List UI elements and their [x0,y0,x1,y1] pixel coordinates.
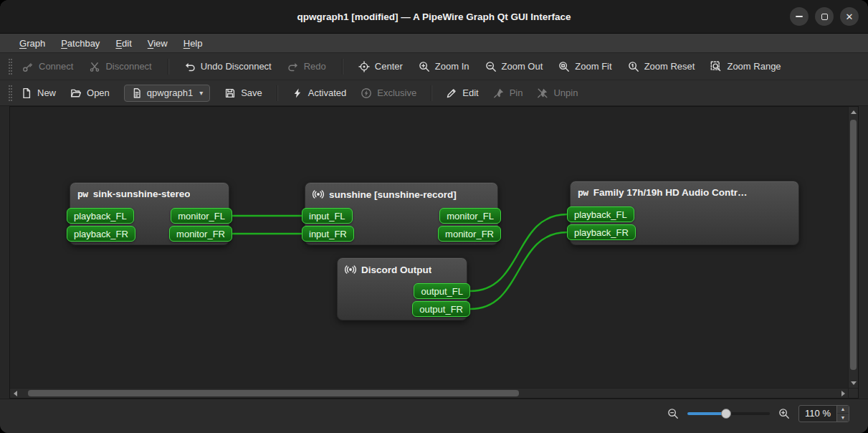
zoom-out-icon[interactable] [667,408,679,419]
toolbar-label: Undo Disconnect [201,61,272,72]
zoom-reset-button[interactable]: Zoom Reset [628,61,695,72]
node-discord[interactable]: Discord Outputoutput_FLoutput_FR [337,257,467,320]
vertical-scrollbar[interactable] [848,107,858,388]
center-button[interactable]: Center [358,61,403,72]
spin-up-button[interactable]: ▲ [837,406,849,414]
media-icon [313,189,324,200]
pin-button: Pin [493,87,523,99]
node-title: Family 17h/19h HD Audio Contr… [593,187,748,198]
zoom-reset-icon [628,61,639,72]
port-output-fr[interactable]: output_FR [412,301,470,317]
toolbar-label: Zoom Fit [575,61,611,72]
toolbar-label: Disconnect [105,61,151,72]
menu-help[interactable]: Help [177,36,209,51]
file-toolbar: NewOpenqpwgraph1▾SaveActivatedExclusiveE… [0,80,868,106]
toolbar-label: Edit [462,87,478,98]
port-monitor-fl[interactable]: monitor_FL [171,208,232,224]
toolbar-label: Save [241,87,262,98]
disconnect-icon [89,61,100,72]
port-playback-fl[interactable]: playback_FL [67,208,134,224]
menu-graph[interactable]: Graph [13,36,52,51]
save-button[interactable]: Save [224,87,262,99]
zoom-in-icon[interactable] [778,408,790,419]
connect-button: Connect [22,61,73,72]
connections-layer [10,107,848,388]
vertical-scroll-handle[interactable] [850,120,857,370]
scroll-right-button[interactable] [838,389,848,398]
port-input-fr[interactable]: input_FR [302,226,354,242]
horizontal-scrollbar[interactable] [10,388,848,398]
toolbar-label: Connect [39,61,73,72]
vertical-scroll-track[interactable] [849,117,858,378]
toolbar-grip[interactable] [9,85,12,101]
node-sunshine[interactable]: sunshine [sunshine-record]input_FLinput_… [305,182,498,245]
port-monitor-fl[interactable]: monitor_FL [439,208,501,224]
zoom-out-button[interactable]: Zoom Out [485,61,543,72]
port-playback-fr[interactable]: playback_FR [67,226,135,242]
media-icon [345,264,356,275]
open-button[interactable]: Open [70,87,110,99]
horizontal-scroll-handle[interactable] [28,390,519,396]
canvas-viewport[interactable]: pwsink-sunshine-stereoplayback_FLplaybac… [10,107,848,388]
scrollbar-corner [848,388,858,398]
arrow-right-icon [841,391,845,396]
exclusive-button: Exclusive [361,87,416,99]
scroll-left-button[interactable] [10,389,20,398]
zoom-spinbox[interactable]: 110 % ▲ ▼ [798,405,849,422]
zoom-slider-handle[interactable] [721,409,731,419]
zoom-range-button[interactable]: Zoom Range [710,61,781,72]
toolbar-grip[interactable] [9,59,12,75]
maximize-button[interactable] [815,7,834,26]
open-folder-icon [70,87,82,99]
zoom-fit-button[interactable]: Zoom Fit [558,61,611,72]
zoom-value: 110 % [799,406,836,422]
toolbar-label: Unpin [553,87,578,98]
menu-edit[interactable]: Edit [109,36,138,51]
toolbar-label: Redo [304,61,326,72]
toolbar-separator [431,85,431,101]
toolbar-label: Center [375,61,403,72]
minimize-button[interactable] [790,7,809,26]
port-input-fl[interactable]: input_FL [302,208,353,224]
spin-down-button[interactable]: ▼ [837,414,849,422]
port-monitor-fr[interactable]: monitor_FR [438,226,501,242]
patchbay-selector-combo[interactable]: qpwgraph1▾ [124,85,210,102]
horizontal-scroll-track[interactable] [20,389,838,398]
window-controls: ✕ [790,7,859,26]
node-sink[interactable]: pwsink-sunshine-stereoplayback_FLplaybac… [70,182,229,245]
new-button[interactable]: New [21,87,56,99]
app-window: qpwgraph1 [modified] — A PipeWire Graph … [0,0,868,433]
node-family[interactable]: pwFamily 17h/19h HD Audio Contr…playback… [570,181,799,245]
menu-view[interactable]: View [141,36,174,51]
toolbar-separator [168,59,168,75]
arrow-down-icon [851,381,857,385]
toolbar-label: Activated [308,87,346,98]
node-title: Discord Output [361,265,431,275]
toolbar-label: Pin [510,87,523,98]
titlebar: qpwgraph1 [modified] — A PipeWire Graph … [0,0,868,34]
port-monitor-fr[interactable]: monitor_FR [169,226,232,242]
toolbar-label: New [37,87,56,98]
redo-icon [287,61,299,72]
close-icon: ✕ [846,12,854,22]
close-button[interactable]: ✕ [840,7,859,26]
port-playback-fl[interactable]: playback_FL [567,206,634,222]
menu-patchbay[interactable]: Patchbay [54,36,106,51]
toolbar-label: Zoom In [435,61,469,72]
canvas-frame: pwsink-sunshine-stereoplayback_FLplaybac… [9,106,859,399]
exclusive-bolt-icon [361,87,372,99]
zoom-slider[interactable] [687,408,770,419]
zoom-in-button[interactable]: Zoom In [419,61,469,72]
unpin-icon [537,87,548,99]
undo-disconnect-button[interactable]: Undo Disconnect [184,61,272,72]
scroll-down-button[interactable] [849,378,858,388]
scroll-up-button[interactable] [849,107,858,117]
port-output-fl[interactable]: output_FL [414,283,470,299]
toolbar-separator [342,59,343,75]
arrow-left-icon [14,391,17,396]
edit-button[interactable]: Edit [446,87,478,99]
activated-button[interactable]: Activated [292,87,346,99]
toolbar-label: Exclusive [377,87,416,98]
arrow-up-icon [851,110,857,114]
port-playback-fr[interactable]: playback_FR [567,224,636,240]
